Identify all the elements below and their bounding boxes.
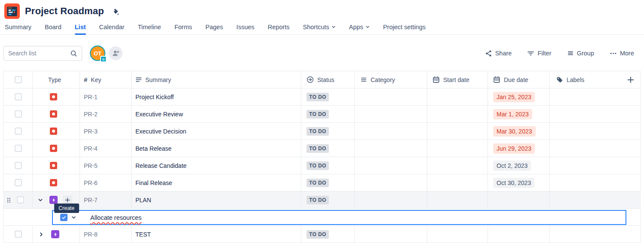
due-date-cell[interactable] <box>488 226 550 243</box>
issue-summary[interactable]: Release Candidate <box>135 162 187 169</box>
row-checkbox[interactable] <box>15 145 22 152</box>
issue-key[interactable]: PR-1 <box>84 94 98 100</box>
tab-summary[interactable]: Summary <box>5 24 31 34</box>
status-badge[interactable]: TO DO <box>307 161 329 170</box>
labels-cell[interactable] <box>550 157 641 174</box>
start-date-cell[interactable] <box>427 123 488 140</box>
avatar[interactable]: OT o <box>90 46 105 61</box>
status-badge[interactable]: TO DO <box>307 196 329 204</box>
tab-list[interactable]: List <box>75 24 86 34</box>
labels-cell[interactable] <box>550 88 641 106</box>
category-cell[interactable] <box>355 123 427 140</box>
milestone-type-icon[interactable] <box>50 145 57 152</box>
row-checkbox[interactable] <box>17 196 24 204</box>
issue-key[interactable]: PR-2 <box>84 111 98 118</box>
tab-calendar[interactable]: Calendar <box>99 24 125 34</box>
issue-key[interactable]: PR-4 <box>84 145 98 152</box>
start-date-cell[interactable] <box>427 140 488 157</box>
issue-summary[interactable]: PLAN <box>135 197 151 204</box>
due-date-pill[interactable]: Mar 1, 2023 <box>493 109 532 119</box>
status-badge[interactable]: TO DO <box>307 110 329 118</box>
issue-key[interactable]: PR-7 <box>84 197 98 204</box>
tab-forms[interactable]: Forms <box>175 24 192 34</box>
start-date-cell[interactable] <box>427 226 488 243</box>
issue-row-pr-8[interactable]: PR-8 TEST TO DO <box>4 226 641 243</box>
add-column-button[interactable] <box>627 76 635 84</box>
chevron-down-icon[interactable] <box>71 214 77 221</box>
category-cell[interactable] <box>355 191 427 209</box>
due-date-pill[interactable]: Mar 30, 2023 <box>493 126 536 137</box>
more-button[interactable]: More <box>610 50 634 57</box>
paint-bucket-icon[interactable] <box>112 8 120 16</box>
column-header-key[interactable]: Key <box>91 76 101 83</box>
start-date-cell[interactable] <box>427 88 488 106</box>
category-cell[interactable] <box>355 226 427 243</box>
issue-summary[interactable]: Executive Review <box>135 111 183 118</box>
due-date-pill[interactable]: Oct 30, 2023 <box>493 178 534 188</box>
chevron-right-icon[interactable] <box>38 231 45 238</box>
due-date-pill[interactable]: Oct 2, 2023 <box>493 161 531 171</box>
category-cell[interactable] <box>355 106 427 123</box>
status-badge[interactable]: TO DO <box>307 230 329 239</box>
search-box[interactable] <box>3 46 82 61</box>
drag-handle[interactable] <box>7 197 11 203</box>
milestone-type-icon[interactable] <box>50 128 57 135</box>
summary-edit-input[interactable]: Allocate resources <box>90 214 141 221</box>
tab-project-settings[interactable]: Project settings <box>383 24 426 34</box>
category-cell[interactable] <box>355 174 427 191</box>
tab-reports[interactable]: Reports <box>268 24 290 34</box>
column-header-category[interactable]: Category <box>371 76 395 83</box>
column-header-start-date[interactable]: Start date <box>443 76 469 83</box>
issue-summary[interactable]: Beta Release <box>135 145 172 152</box>
issue-row-pr-5[interactable]: PR-5 Release Candidate TO DO Oct 2, 2023 <box>4 157 641 174</box>
group-button[interactable]: Group <box>567 50 594 57</box>
labels-cell[interactable] <box>550 174 641 191</box>
issue-summary[interactable]: TEST <box>135 231 151 238</box>
tab-board[interactable]: Board <box>45 24 61 34</box>
row-checkbox[interactable] <box>15 231 22 238</box>
issue-summary[interactable]: Final Release <box>135 179 172 186</box>
select-all-checkbox[interactable] <box>15 76 22 83</box>
row-checkbox[interactable] <box>15 128 22 135</box>
filter-button[interactable]: Filter <box>527 50 551 57</box>
due-date-pill[interactable]: Jun 29, 2023 <box>493 143 535 154</box>
labels-cell[interactable] <box>550 140 641 157</box>
labels-cell[interactable] <box>550 191 641 209</box>
issue-key[interactable]: PR-6 <box>84 179 98 186</box>
due-date-pill[interactable]: Jan 25, 2023 <box>493 92 535 102</box>
status-badge[interactable]: TO DO <box>307 127 329 136</box>
row-checkbox[interactable] <box>15 110 22 118</box>
start-date-cell[interactable] <box>427 157 488 174</box>
due-date-cell[interactable] <box>488 191 550 209</box>
column-header-type[interactable]: Type <box>48 76 61 83</box>
column-header-status[interactable]: Status <box>317 76 334 83</box>
issue-key[interactable]: PR-5 <box>84 162 98 169</box>
column-header-labels[interactable]: Labels <box>567 76 584 83</box>
category-cell[interactable] <box>355 157 427 174</box>
tab-timeline[interactable]: Timeline <box>138 24 161 34</box>
tab-shortcuts[interactable]: Shortcuts <box>303 24 336 34</box>
issue-row-pr-1[interactable]: PR-1 Project Kickoff TO DO Jan 25, 2023 <box>4 88 641 106</box>
share-button[interactable]: Share <box>485 50 512 57</box>
subtask-type-icon[interactable] <box>51 230 59 238</box>
search-input[interactable] <box>8 50 67 57</box>
issue-summary[interactable]: Project Kickoff <box>135 94 174 100</box>
tab-pages[interactable]: Pages <box>205 24 223 34</box>
tab-apps[interactable]: Apps <box>349 24 370 34</box>
tab-issues[interactable]: Issues <box>236 24 255 34</box>
issue-row-pr-7[interactable]: PR-7 PLAN TO DO <box>4 191 641 209</box>
category-cell[interactable] <box>355 140 427 157</box>
subtask-type-icon[interactable] <box>49 196 58 204</box>
issue-key[interactable]: PR-8 <box>84 231 98 238</box>
inline-create-box[interactable]: Create Allocate resources <box>52 210 626 225</box>
milestone-type-icon[interactable] <box>50 162 57 169</box>
milestone-type-icon[interactable] <box>50 93 57 100</box>
labels-cell[interactable] <box>550 106 641 123</box>
status-badge[interactable]: TO DO <box>307 93 329 101</box>
issue-row-pr-4[interactable]: PR-4 Beta Release TO DO Jun 29, 2023 <box>4 140 641 157</box>
issue-row-pr-3[interactable]: PR-3 Executive Decision TO DO Mar 30, 20… <box>4 123 641 140</box>
labels-cell[interactable] <box>550 226 641 243</box>
column-header-due-date[interactable]: Due date <box>504 76 528 83</box>
start-date-cell[interactable] <box>427 174 488 191</box>
issue-key[interactable]: PR-3 <box>84 128 98 135</box>
